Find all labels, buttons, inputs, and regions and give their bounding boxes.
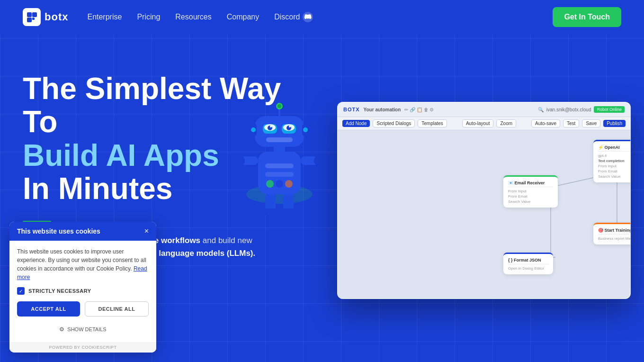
app-toolbar: Add Node Scripted Dialogs Templates Auto…: [338, 117, 630, 130]
svg-rect-2: [27, 18, 32, 22]
app-robot-status: Robot Online: [594, 106, 625, 113]
gear-icon: ⚙: [59, 326, 64, 333]
app-search-icon: 🔍: [538, 107, 544, 112]
cookie-banner-title: This website uses cookies: [17, 227, 100, 235]
cookie-strictly-necessary: ✓ STRICTLY NECESSARY: [17, 287, 149, 295]
toolbar-autosave[interactable]: Auto-save: [531, 119, 560, 127]
hero-title: The Simplest Way To Build AI Apps In Min…: [23, 72, 307, 206]
discord-icon: [303, 12, 313, 22]
cookie-strictly-label: STRICTLY NECESSARY: [28, 288, 91, 294]
app-topbar-right: 🔍 ivan.snik@botx.cloud Robot Online: [538, 106, 625, 113]
app-user-email: ivan.snik@botx.cloud: [546, 107, 591, 112]
cookie-banner: This website uses cookies × This website…: [9, 222, 156, 353]
app-screenshot: BOTX Your automation ✏ 🔗 📋 🗑 ⚙ 🔍 ivan.sn…: [337, 102, 631, 299]
format-json-node: { } Format JSON Open in Dialog Editor: [503, 253, 553, 274]
nav-left: botx Enterprise Pricing Resources Compan…: [23, 8, 313, 26]
app-screenshot-container: BOTX Your automation ✏ 🔗 📋 🗑 ⚙ 🔍 ivan.sn…: [337, 102, 631, 299]
svg-rect-1: [32, 12, 37, 17]
logo[interactable]: botx: [23, 8, 68, 26]
cookie-main-text: This website uses cookies to improve use…: [17, 247, 149, 281]
toolbar-templates[interactable]: Templates: [418, 119, 447, 127]
toolbar-zoom[interactable]: Zoom: [496, 119, 516, 127]
app-topbar: BOTX Your automation ✏ 🔗 📋 🗑 ⚙ 🔍 ivan.sn…: [338, 102, 630, 117]
app-logo: BOTX: [343, 107, 360, 112]
svg-rect-3: [32, 18, 35, 20]
toolbar-test[interactable]: Test: [563, 119, 579, 127]
nav-company[interactable]: Company: [227, 13, 259, 21]
logo-icon: [23, 8, 41, 26]
cookie-close-button[interactable]: ×: [144, 227, 149, 235]
nav-links: Enterprise Pricing Resources Company Dis…: [87, 12, 313, 22]
toolbar-auto-layout[interactable]: Auto-layout: [462, 119, 494, 127]
app-topbar-left: BOTX Your automation ✏ 🔗 📋 🗑 ⚙: [343, 107, 434, 112]
cookie-checkbox[interactable]: ✓: [17, 287, 25, 295]
cookie-decline-button[interactable]: DECLINE ALL: [85, 301, 149, 317]
start-training-node: 🎯 Start Training Business report May 23: [593, 223, 630, 244]
workflow-connections: [338, 130, 630, 299]
app-canvas: ⚡ OpenAI gpt-4 Text completion From Inpu…: [338, 130, 630, 299]
read-more-link[interactable]: Read more: [17, 265, 147, 281]
app-edit-icons: ✏ 🔗 📋 🗑 ⚙: [404, 107, 434, 112]
logo-text: botx: [45, 11, 68, 23]
cookie-details-label: SHOW DETAILS: [67, 326, 106, 332]
cookie-accept-button[interactable]: ACCEPT ALL: [17, 301, 80, 317]
navbar: botx Enterprise Pricing Resources Compan…: [0, 0, 644, 34]
toolbar-publish[interactable]: Publish: [603, 120, 626, 127]
cookie-banner-header: This website uses cookies ×: [9, 222, 156, 241]
openai-node: ⚡ OpenAI gpt-4 Text completion From Inpu…: [593, 140, 630, 182]
toolbar-add-node[interactable]: Add Node: [342, 120, 370, 127]
cookie-buttons: ACCEPT ALL DECLINE ALL: [17, 301, 149, 317]
toolbar-scripted-dialogs[interactable]: Scripted Dialogs: [373, 119, 415, 127]
toolbar-save[interactable]: Save: [582, 119, 600, 127]
nav-pricing[interactable]: Pricing: [137, 13, 160, 21]
svg-rect-0: [27, 12, 32, 17]
nav-resources[interactable]: Resources: [175, 13, 211, 21]
email-receiver-node: 📧 Email Receiver From Input From Email S…: [503, 175, 558, 208]
get-in-touch-button[interactable]: Get In Touch: [553, 7, 621, 27]
app-automation-title: Your automation: [364, 107, 401, 112]
nav-enterprise[interactable]: Enterprise: [87, 13, 122, 21]
nav-discord[interactable]: Discord: [274, 12, 313, 22]
cookie-show-details[interactable]: ⚙ SHOW DETAILS: [17, 323, 149, 335]
cookie-powered-by: POWERED BY COOKIESCRIPT: [9, 342, 156, 353]
cookie-body: This website uses cookies to improve use…: [9, 241, 156, 342]
